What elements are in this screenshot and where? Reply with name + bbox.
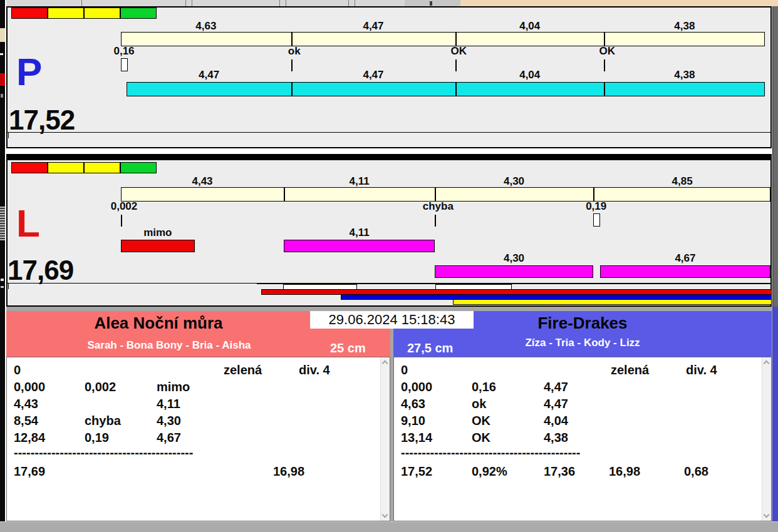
log-text: OK — [472, 414, 490, 428]
log-text: 4,67 — [157, 431, 181, 445]
left-team-name: Alea Noční můra — [6, 314, 311, 333]
log-text: ok — [472, 397, 486, 411]
sliver-divider — [279, 0, 280, 6]
log-text: zelená — [611, 363, 649, 377]
bottom-frame — [0, 521, 778, 532]
run-time-label: 4,47 — [199, 69, 219, 81]
split-time-label: 4,85 — [672, 175, 693, 188]
split-divider — [284, 187, 285, 202]
log-text: div. 4 — [686, 363, 717, 377]
lane-l-panel — [6, 159, 772, 307]
mark-label: 0,16 — [113, 45, 134, 58]
sliver-fragment — [1, 279, 4, 281]
log-text: OK — [472, 431, 490, 445]
run-time-label: 4,04 — [519, 69, 540, 81]
split-plan-bar — [121, 32, 765, 46]
start-box-glyph — [593, 213, 600, 227]
run-segment-label: 4,67 — [675, 252, 695, 265]
log-text: 4,11 — [157, 397, 180, 411]
run-divider — [455, 82, 457, 96]
sliver-fragment — [0, 28, 5, 42]
lane-baseline — [8, 132, 770, 133]
sliver-fragment — [405, 0, 460, 6]
log-text: 0,16 — [472, 380, 496, 394]
right-jump-height: 27,5 cm — [407, 341, 453, 356]
log-text: zelená — [224, 363, 262, 377]
scroll-up-button[interactable] — [762, 357, 771, 367]
sliver-divider — [355, 0, 355, 6]
split-divider — [604, 32, 605, 46]
right-log-area[interactable] — [393, 357, 772, 521]
run-divider — [291, 82, 293, 96]
sliver-fragment — [1, 286, 4, 288]
run-time-label: 4,47 — [363, 69, 383, 81]
split-time-label: 4,11 — [350, 175, 370, 188]
mark-label: 0,002 — [111, 200, 138, 213]
log-text: ----------------------------------------… — [401, 446, 580, 460]
sliver-fragment — [0, 73, 5, 86]
sliver-divider — [185, 0, 186, 6]
left-log-scrollbar[interactable] — [380, 357, 390, 521]
mark-label: OK — [450, 45, 467, 58]
log-text: div. 4 — [299, 363, 330, 377]
split-time-label: 4,38 — [674, 20, 695, 33]
sliver-divider — [348, 0, 349, 6]
sliver-divider — [81, 0, 82, 6]
log-text: 13,14 — [401, 431, 432, 445]
log-text: chyba — [85, 414, 121, 428]
scroll-up-button[interactable] — [381, 357, 390, 367]
lane-separator — [6, 154, 772, 159]
mark-tick — [121, 215, 122, 227]
run-segment-label: 4,11 — [350, 227, 370, 239]
log-text: 4,63 — [401, 397, 425, 411]
background-window-left-sliver — [0, 0, 5, 521]
log-text: 0,000 — [401, 380, 432, 394]
scroll-down-button[interactable] — [381, 511, 390, 521]
sliver-fragment — [0, 53, 3, 55]
overlay-bar — [453, 299, 772, 305]
mark-tick — [291, 59, 293, 71]
log-text: 4,04 — [544, 414, 568, 428]
left-log-area[interactable] — [6, 357, 390, 521]
sliver-divider — [286, 0, 286, 6]
lane-letter: P — [16, 53, 42, 91]
log-text: 0,68 — [684, 464, 708, 479]
log-text: 4,38 — [544, 431, 568, 445]
mark-label: chyba — [423, 200, 454, 213]
log-text: 17,69 — [14, 464, 45, 479]
sliver-fragment — [0, 207, 5, 240]
right-log-scrollbar[interactable] — [762, 357, 771, 521]
mark-tick — [455, 59, 457, 71]
log-text: 4,30 — [157, 414, 181, 428]
lane-total: 17,69 — [8, 257, 73, 284]
log-text: mimo — [157, 380, 190, 394]
split-time-label: 4,04 — [519, 20, 540, 33]
lane-baseline-tick — [8, 133, 9, 138]
log-text: 4,43 — [14, 397, 38, 411]
log-text: 0,002 — [85, 380, 116, 394]
traffic-light-cell — [11, 8, 48, 19]
traffic-light-cell — [48, 8, 84, 19]
traffic-light-cell — [120, 8, 157, 19]
left-team-dogs: Sarah - Bona Bony - Bria - Aisha — [6, 339, 332, 352]
log-text: 9,10 — [401, 414, 425, 428]
scroll-up-icon — [764, 361, 770, 367]
traffic-light-cell — [11, 162, 48, 173]
run-bar — [127, 82, 765, 96]
scroll-down-button[interactable] — [762, 511, 771, 521]
sliver-divider — [192, 0, 192, 6]
traffic-light-cell — [84, 8, 120, 19]
log-text: 16,98 — [273, 464, 304, 479]
mark-label: 0,19 — [586, 200, 606, 213]
left-jump-height: 25 cm — [330, 341, 366, 356]
start-box-glyph — [121, 58, 128, 71]
log-text: 16,98 — [609, 464, 640, 479]
right-team-name: Fire-Drakes — [393, 314, 772, 333]
lane-letter: L — [16, 204, 40, 243]
log-text: 0,92% — [472, 464, 507, 479]
traffic-light-cell — [84, 162, 120, 173]
split-divider — [435, 187, 436, 202]
split-divider — [593, 187, 594, 202]
mark-label: OK — [599, 45, 616, 58]
background-window-right-scrollbar — [772, 6, 778, 307]
